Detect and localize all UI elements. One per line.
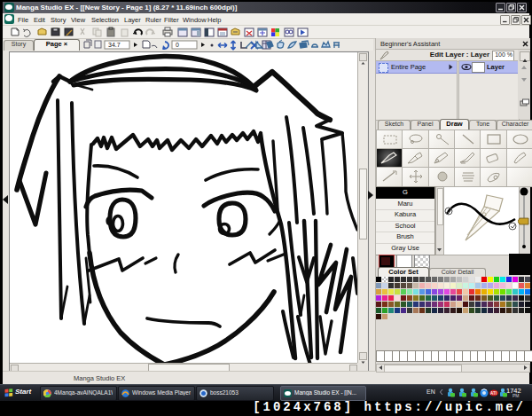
svg-text:ATI: ATI [490, 391, 497, 396]
svg-text:0: 0 [176, 42, 179, 48]
svg-text:34.7: 34.7 [108, 42, 121, 48]
